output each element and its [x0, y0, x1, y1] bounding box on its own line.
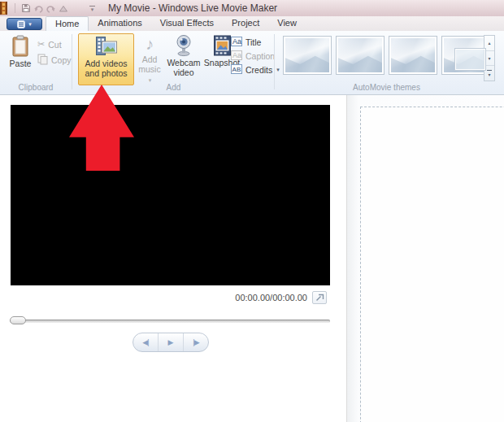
tab-view[interactable]: View — [268, 16, 306, 31]
qat-more-icon — [59, 4, 68, 13]
ribbon: Paste ✂ Cut Copy Clipboard Add videos an… — [0, 31, 504, 95]
file-menu-button[interactable]: ▾ — [7, 18, 42, 30]
save-icon — [21, 3, 31, 13]
title-bar: ▾ My Movie - Windows Live Movie Maker — [0, 0, 504, 16]
undo-button[interactable] — [33, 2, 45, 14]
copy-icon — [37, 54, 48, 67]
paste-button[interactable]: Paste — [5, 34, 36, 83]
redo-button[interactable] — [45, 2, 57, 14]
title-icon: Aa — [231, 37, 242, 48]
webcam-video-label: Webcam video — [164, 58, 203, 77]
previous-frame-button[interactable]: ◀| — [133, 333, 158, 351]
tab-animations[interactable]: Animations — [89, 16, 150, 31]
svg-text:Aa: Aa — [232, 51, 241, 59]
qat-customize-button[interactable]: ▾ — [86, 2, 98, 14]
credits-button[interactable]: AB Credits ▾ — [231, 63, 280, 76]
gallery-up-icon: ▴ — [488, 40, 490, 46]
webcam-video-button[interactable]: Webcam video — [164, 33, 203, 85]
title-label: Title — [245, 37, 261, 47]
svg-text:Aa: Aa — [232, 37, 241, 46]
menu-icon — [17, 20, 25, 28]
themes-group-label: AutoMovie themes — [276, 83, 497, 92]
caption-label: Caption — [245, 51, 275, 61]
group-add: Add videos and photos ♪ Add music ▾ Webc… — [73, 31, 274, 93]
copy-label: Copy — [51, 55, 72, 65]
qat-customize-icon: ▾ — [89, 6, 95, 11]
paste-icon — [11, 34, 30, 59]
theme-thumbnail[interactable] — [283, 36, 332, 75]
copy-button[interactable]: Copy — [37, 54, 72, 66]
add-music-button[interactable]: ♪ Add music ▾ — [136, 33, 163, 85]
gallery-expand-icon — [487, 70, 492, 71]
gallery-expand-button[interactable]: ▾ — [484, 66, 494, 80]
video-preview — [11, 105, 330, 285]
theme-thumbnail[interactable] — [441, 36, 490, 75]
add-videos-photos-label: Add videos and photos — [79, 59, 133, 78]
theme-thumbnail-image — [285, 38, 329, 72]
add-music-caret-icon: ▾ — [149, 77, 152, 83]
undo-icon — [33, 4, 44, 13]
timecode: 00:00.00/00:00.00 — [210, 293, 307, 302]
theme-pip-overlay — [455, 49, 485, 70]
tab-strip: Home Animations Visual Effects Project V… — [46, 16, 306, 31]
paste-label: Paste — [10, 59, 32, 68]
webcam-video-icon — [174, 33, 193, 58]
theme-thumbnail-image — [391, 38, 435, 72]
play-button[interactable]: ▶ — [158, 333, 184, 351]
add-videos-photos-button[interactable]: Add videos and photos — [78, 33, 134, 85]
svg-text:AB: AB — [232, 66, 241, 73]
cut-button[interactable]: ✂ Cut — [37, 38, 62, 50]
storyboard-panel — [347, 95, 504, 422]
save-button[interactable] — [20, 2, 32, 14]
fullscreen-preview-button[interactable] — [312, 291, 327, 304]
credits-icon: AB — [231, 64, 242, 76]
tab-home[interactable]: Home — [46, 16, 89, 31]
theme-thumbnail-image — [444, 38, 488, 72]
theme-thumbnail[interactable] — [336, 36, 385, 75]
add-music-label: Add music ▾ — [136, 54, 163, 85]
next-frame-icon: |▶ — [193, 338, 198, 346]
qat-more-button[interactable] — [57, 2, 69, 14]
titlebar-separator — [15, 3, 15, 13]
redo-icon — [46, 4, 56, 13]
gallery-scroll-down-button[interactable]: ▾ — [484, 51, 494, 67]
seek-slider-thumb[interactable] — [10, 316, 26, 324]
group-separator — [72, 34, 72, 89]
group-separator — [274, 34, 275, 89]
play-icon: ▶ — [168, 338, 174, 346]
gallery-down-icon: ▾ — [488, 55, 490, 61]
theme-thumbnail[interactable] — [389, 36, 437, 75]
caption-button[interactable]: Aa Caption — [231, 50, 275, 62]
movie-maker-window: ▾ My Movie - Windows Live Movie Maker ▾ … — [0, 0, 504, 422]
playback-controls: ◀| ▶ |▶ — [133, 333, 209, 352]
themes-gallery-scrollbar: ▴ ▾ ▾ — [484, 35, 495, 81]
group-clipboard: Paste ✂ Cut Copy Clipboard — [0, 31, 72, 93]
add-videos-photos-icon — [95, 34, 118, 59]
next-frame-button[interactable]: |▶ — [184, 333, 208, 351]
storyboard-dropzone[interactable] — [360, 107, 504, 422]
fullscreen-icon — [315, 294, 324, 302]
cut-icon: ✂ — [37, 39, 45, 50]
theme-thumbnail-image — [338, 38, 382, 72]
snapshot-icon — [213, 33, 232, 58]
window-title: My Movie - Windows Live Movie Maker — [108, 0, 277, 16]
title-button[interactable]: Aa Title — [231, 36, 261, 48]
ribbon-tab-row: ▾ Home Animations Visual Effects Project… — [0, 16, 504, 31]
cut-label: Cut — [48, 40, 61, 50]
gallery-scroll-up-button[interactable]: ▴ — [484, 36, 494, 51]
clipboard-group-label: Clipboard — [0, 83, 72, 92]
credits-label: Credits — [245, 65, 272, 75]
group-automovie-themes: ▴ ▾ ▾ AutoMovie themes — [276, 31, 497, 93]
seek-slider[interactable] — [10, 320, 330, 323]
gallery-expand-caret-icon: ▾ — [488, 72, 490, 77]
menu-caret-icon: ▾ — [28, 21, 32, 27]
add-music-icon: ♪ — [146, 33, 154, 54]
app-icon[interactable] — [0, 2, 7, 15]
tab-project[interactable]: Project — [223, 16, 268, 31]
previous-frame-icon: ◀| — [142, 338, 148, 346]
caption-icon: Aa — [231, 50, 242, 62]
content-area: 00:00.00/00:00.00 ◀| ▶ |▶ — [0, 95, 504, 422]
tab-visual-effects[interactable]: Visual Effects — [151, 16, 223, 31]
